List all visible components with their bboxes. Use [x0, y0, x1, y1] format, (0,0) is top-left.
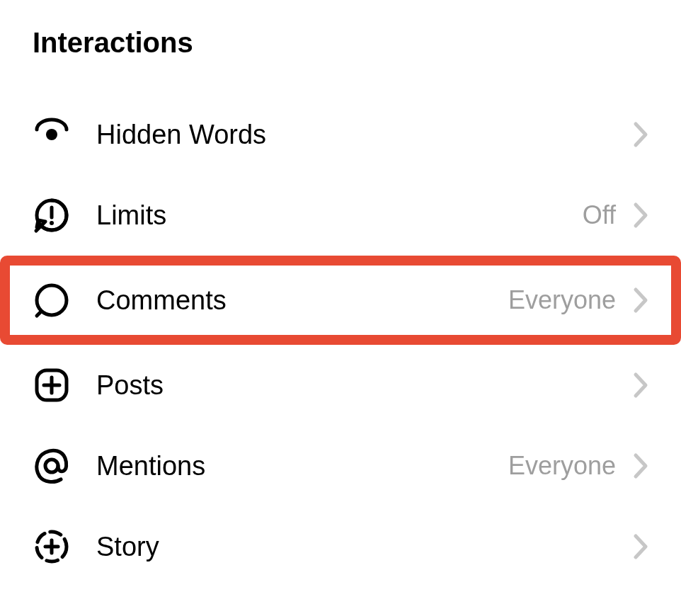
chevron-right-icon: [633, 121, 648, 148]
limits-icon: [33, 196, 71, 234]
item-label: Limits: [96, 200, 583, 231]
settings-item-story[interactable]: Story: [0, 506, 681, 587]
settings-item-comments[interactable]: Comments Everyone: [0, 256, 681, 345]
item-label: Posts: [96, 370, 633, 401]
chevron-right-icon: [633, 287, 648, 314]
item-label: Mentions: [96, 451, 508, 481]
chevron-right-icon: [633, 372, 648, 399]
item-label: Story: [96, 532, 633, 562]
item-value: Off: [583, 200, 616, 230]
settings-item-mentions[interactable]: Mentions Everyone: [0, 426, 681, 506]
interactions-section: Interactions Hidden Words Limits O: [0, 0, 681, 587]
settings-item-hidden-words[interactable]: Hidden Words: [0, 94, 681, 175]
item-label: Comments: [96, 285, 508, 316]
mentions-icon: [33, 447, 71, 485]
chevron-right-icon: [633, 202, 648, 229]
settings-item-limits[interactable]: Limits Off: [0, 175, 681, 256]
item-label: Hidden Words: [96, 120, 633, 150]
chevron-right-icon: [633, 533, 648, 560]
item-value: Everyone: [508, 451, 616, 481]
story-icon: [33, 527, 71, 566]
item-value: Everyone: [508, 285, 616, 315]
settings-item-posts[interactable]: Posts: [0, 345, 681, 426]
posts-icon: [33, 366, 71, 404]
hidden-words-icon: [33, 115, 71, 154]
svg-point-3: [50, 221, 54, 225]
svg-point-0: [46, 129, 57, 140]
svg-point-8: [45, 460, 58, 472]
section-title: Interactions: [0, 27, 681, 59]
chevron-right-icon: [633, 452, 648, 479]
comments-icon: [33, 281, 71, 319]
